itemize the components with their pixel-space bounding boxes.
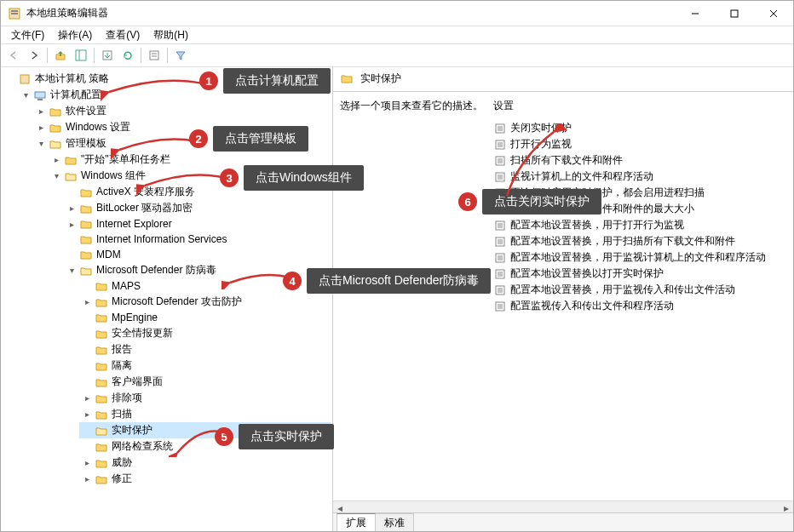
tree-label: 本地计算机 策略 (35, 72, 109, 86)
up-level-button[interactable] (51, 46, 70, 65)
export-button[interactable] (98, 46, 117, 65)
expander-icon[interactable] (81, 360, 93, 372)
svg-rect-15 (37, 99, 43, 100)
tree-item[interactable]: ▸Microsoft Defender 攻击防护 (79, 294, 331, 310)
setting-label: 配置本地设置替换，用于监视传入和传出文件活动 (510, 283, 735, 297)
tree-windows-settings[interactable]: ▸Windows 设置 (33, 119, 331, 135)
expander-icon[interactable] (81, 328, 93, 340)
tree-defender[interactable]: ▾Microsoft Defender 防病毒 (64, 262, 331, 278)
expander-icon[interactable]: ▸ (66, 203, 78, 215)
minimize-button[interactable] (676, 1, 715, 26)
tree-pane[interactable]: 本地计算机 策略 ▾ 计算机配置 ▸软件设置 ▸Windows 设置 (1, 67, 333, 531)
expander-icon[interactable]: ▸ (50, 154, 62, 166)
expander-icon[interactable]: ▸ (35, 106, 47, 117)
expander-icon[interactable]: ▸ (81, 409, 93, 420)
expander-icon[interactable]: ▾ (20, 89, 32, 101)
expander-icon[interactable] (81, 344, 93, 356)
expander-icon[interactable] (81, 441, 93, 453)
tree-windows-components[interactable]: ▾Windows 组件 (49, 168, 331, 184)
expander-icon[interactable] (81, 280, 93, 292)
folder-icon (95, 327, 108, 340)
setting-item[interactable]: 不论何时启用实时保护，都会启用进程扫描 (493, 185, 786, 201)
folder-open-icon (49, 137, 62, 151)
tab-extended[interactable]: 扩展 (337, 513, 376, 531)
tree-item[interactable]: ActiveX 安装程序服务 (64, 184, 331, 200)
setting-label: 定义要扫描的下载文件和附件的最大大小 (510, 202, 694, 216)
setting-item[interactable]: 配置监视传入和传出文件和程序活动 (493, 298, 786, 314)
tree-item[interactable]: 网络检查系统 (79, 438, 331, 455)
expander-icon[interactable]: ▸ (81, 473, 93, 485)
expander-icon[interactable]: ▸ (81, 296, 93, 308)
tree-start-menu[interactable]: ▸"开始"菜单和任务栏 (49, 152, 331, 168)
setting-item[interactable]: 配置本地设置替换，用于扫描所有下载文件和附件 (493, 233, 786, 249)
setting-item[interactable]: 打开行为监视 (493, 136, 786, 152)
folder-icon (49, 121, 62, 134)
horizontal-scrollbar[interactable]: ◂▸ (333, 501, 793, 512)
tree-item[interactable]: ▸Internet Explorer (64, 216, 331, 232)
tree-computer-config[interactable]: ▾ 计算机配置 (18, 87, 331, 103)
setting-item[interactable]: 配置本地设置替换，用于打开行为监视 (493, 217, 786, 233)
refresh-button[interactable] (118, 46, 137, 65)
expander-icon[interactable]: ▾ (66, 265, 78, 277)
expander-icon[interactable] (4, 73, 16, 85)
expander-icon[interactable]: ▸ (81, 392, 93, 404)
tree-item[interactable]: ▸BitLocker 驱动器加密 (64, 200, 331, 216)
tree-label: 软件设置 (66, 104, 106, 118)
filter-button[interactable] (171, 46, 190, 65)
expander-icon[interactable]: ▸ (66, 218, 78, 230)
settings-column-header[interactable]: 设置 (493, 99, 786, 113)
tree-item[interactable]: 报告 (79, 341, 331, 358)
tree-item[interactable]: 实时保护 (79, 422, 331, 438)
setting-label: 扫描所有下载文件和附件 (510, 153, 623, 168)
tree-label: 计算机配置 (50, 88, 101, 102)
svg-rect-14 (35, 92, 45, 98)
tree-item[interactable]: ▸修正 (79, 471, 331, 487)
setting-item[interactable]: 配置本地设置替换，用于监视传入和传出文件活动 (493, 282, 786, 298)
setting-item[interactable]: 定义要扫描的下载文件和附件的最大大小 (493, 201, 786, 217)
expander-icon[interactable] (81, 312, 93, 323)
tree-item[interactable]: ▸威胁 (79, 455, 331, 471)
tree-software-settings[interactable]: ▸软件设置 (33, 103, 331, 119)
tree-item[interactable]: ▸排除项 (79, 390, 331, 406)
expander-icon[interactable]: ▸ (35, 122, 47, 134)
tree-admin-templates[interactable]: ▾管理模板 (33, 135, 331, 152)
menu-help[interactable]: 帮助(H) (147, 26, 195, 44)
menu-action[interactable]: 操作(A) (51, 26, 99, 44)
nav-back-button[interactable] (4, 46, 23, 65)
expander-icon[interactable]: ▸ (81, 457, 93, 469)
tree-item[interactable]: ▸扫描 (79, 406, 331, 422)
menu-view[interactable]: 查看(V) (99, 26, 147, 44)
expander-icon[interactable]: ▾ (35, 138, 47, 150)
tree-item[interactable]: 安全情报更新 (79, 325, 331, 341)
close-button[interactable] (754, 1, 793, 26)
tree-item[interactable]: 客户端界面 (79, 374, 331, 390)
scroll-right-icon[interactable]: ▸ (780, 501, 793, 513)
setting-item[interactable]: 扫描所有下载文件和附件 (493, 152, 786, 169)
properties-button[interactable] (145, 46, 164, 65)
setting-item[interactable]: 配置本地设置替换，用于监视计算机上的文件和程序活动 (493, 249, 786, 266)
tree-item[interactable]: MAPS (79, 278, 331, 294)
tree-label: 网络检查系统 (112, 439, 173, 454)
menu-file[interactable]: 文件(F) (4, 26, 51, 44)
scroll-left-icon[interactable]: ◂ (333, 501, 347, 513)
tree-root[interactable]: 本地计算机 策略 (3, 71, 331, 87)
tree-item[interactable]: MpEngine (79, 310, 331, 325)
tree-label: BitLocker 驱动器加密 (96, 201, 193, 215)
expander-icon[interactable]: ▾ (50, 170, 62, 182)
setting-item[interactable]: 监视计算机上的文件和程序活动 (493, 169, 786, 185)
tree-item[interactable]: MDM (64, 247, 331, 262)
policy-icon (18, 72, 32, 86)
nav-forward-button[interactable] (25, 46, 43, 65)
tab-standard[interactable]: 标准 (375, 513, 414, 531)
setting-item[interactable]: 配置本地设置替换以打开实时保护 (493, 266, 786, 282)
tree-item[interactable]: 隔离 (79, 358, 331, 374)
folder-icon (95, 359, 108, 373)
tree-label: 威胁 (112, 455, 132, 470)
tree-item[interactable]: Internet Information Services (64, 232, 331, 247)
maximize-button[interactable] (715, 1, 754, 26)
show-hide-tree-button[interactable] (72, 46, 90, 65)
expander-icon[interactable] (81, 425, 93, 437)
setting-item[interactable]: 关闭实时保护 (493, 120, 786, 136)
tree-label: Microsoft Defender 攻击防护 (112, 295, 242, 309)
expander-icon[interactable] (81, 376, 93, 388)
